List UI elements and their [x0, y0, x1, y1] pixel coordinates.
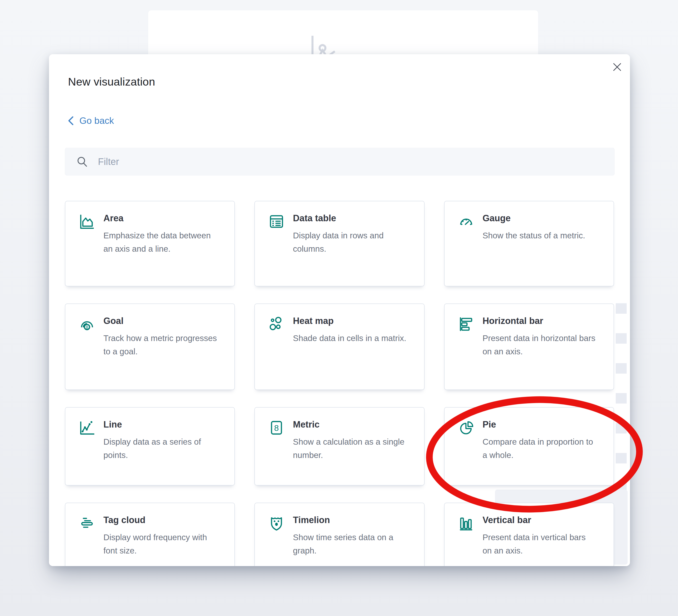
- card-description: Track how a metric progresses to a goal.: [103, 332, 217, 358]
- timelion-icon: [268, 515, 285, 533]
- card-goal[interactable]: 8GoalTrack how a metric progresses to a …: [65, 304, 235, 390]
- card-title: Heat map: [293, 316, 334, 326]
- horizontal-bar-icon: [458, 316, 475, 334]
- card-title: Area: [103, 213, 124, 223]
- card-description: Display word frequency with font size.: [103, 531, 217, 557]
- card-description: Emphasize the data between an axis and a…: [103, 229, 217, 256]
- filter-search-box: [65, 148, 614, 176]
- go-back-label: Go back: [79, 116, 114, 126]
- card-title: Tag cloud: [103, 515, 146, 525]
- new-visualization-modal: New visualization Go back AreaEmphasize …: [49, 54, 630, 566]
- card-title: Line: [103, 419, 122, 430]
- card-title: Vertical bar: [483, 515, 531, 525]
- card-description: Display data as a series of points.: [103, 435, 217, 462]
- card-title: Pie: [483, 419, 496, 430]
- gauge-icon: [458, 213, 475, 231]
- card-description: Shade data in cells in a matrix.: [293, 332, 407, 345]
- card-vertical-bar[interactable]: Vertical barPresent data in vertical bar…: [444, 503, 614, 566]
- card-tag-cloud[interactable]: Tag cloudDisplay word frequency with fon…: [65, 503, 235, 566]
- card-area[interactable]: AreaEmphasize the data between an axis a…: [65, 201, 235, 286]
- card-data-table[interactable]: Data tableDisplay data in rows and colum…: [254, 201, 424, 286]
- svg-text:8: 8: [274, 423, 279, 432]
- visualization-type-grid: AreaEmphasize the data between an axis a…: [65, 201, 614, 566]
- card-title: Goal: [103, 316, 123, 326]
- area-chart-icon: [79, 213, 95, 231]
- card-line[interactable]: LineDisplay data as a series of points.: [65, 407, 235, 486]
- card-title: Data table: [293, 213, 336, 223]
- card-metric[interactable]: 8MetricShow a calculation as a single nu…: [254, 407, 424, 486]
- card-heat-map[interactable]: Heat mapShade data in cells in a matrix.: [254, 304, 424, 390]
- pie-chart-icon: [458, 419, 475, 437]
- card-description: Present data in vertical bars on an axis…: [483, 531, 596, 557]
- line-chart-icon: [79, 419, 95, 437]
- search-icon: [76, 155, 88, 168]
- card-title: Gauge: [483, 213, 511, 223]
- heat-map-icon: [268, 316, 285, 334]
- data-table-icon: [268, 213, 285, 231]
- card-description: Show time series data on a graph.: [293, 531, 407, 557]
- card-horizontal-bar[interactable]: Horizontal barPresent data in horizontal…: [444, 304, 614, 390]
- tag-cloud-icon: [79, 515, 95, 533]
- card-title: Horizontal bar: [483, 316, 543, 326]
- card-description: Show the status of a metric.: [483, 229, 596, 242]
- filter-input[interactable]: [88, 148, 614, 176]
- metric-icon: 8: [268, 419, 285, 437]
- card-gauge[interactable]: GaugeShow the status of a metric.: [444, 201, 614, 286]
- card-description: Show a calculation as a single number.: [293, 435, 407, 462]
- close-icon: [613, 63, 622, 71]
- vertical-bar-icon: [458, 515, 475, 533]
- screen: New visualization Go back AreaEmphasize …: [0, 0, 678, 616]
- card-pie[interactable]: PieCompare data in proportion to a whole…: [444, 407, 614, 486]
- card-description: Display data in rows and columns.: [293, 229, 407, 256]
- goal-icon: 8: [79, 316, 95, 334]
- close-button[interactable]: [611, 61, 623, 73]
- card-title: Metric: [293, 419, 319, 430]
- card-title: Timelion: [293, 515, 330, 525]
- card-description: Compare data in proportion to a whole.: [483, 435, 596, 462]
- chevron-left-icon: [68, 116, 74, 125]
- go-back-link[interactable]: Go back: [68, 116, 114, 126]
- svg-text:8: 8: [86, 324, 88, 330]
- modal-title: New visualization: [68, 75, 155, 88]
- card-description: Present data in horizontal bars on an ax…: [483, 332, 596, 358]
- card-timelion[interactable]: TimelionShow time series data on a graph…: [254, 503, 424, 566]
